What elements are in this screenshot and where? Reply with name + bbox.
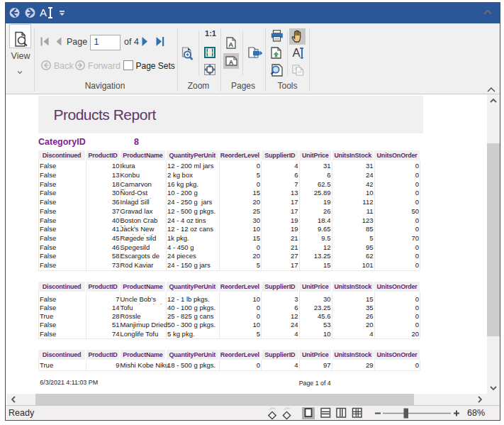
- svg-text:A: A: [228, 40, 233, 48]
- svg-text:A: A: [228, 59, 233, 66]
